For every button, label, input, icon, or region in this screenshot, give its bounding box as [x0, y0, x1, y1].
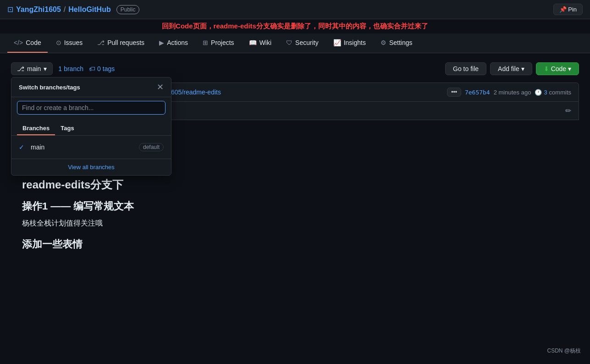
code-dropdown-button[interactable]: ⬇ Code ▾	[536, 62, 579, 75]
code-btn-label: Code ▾	[551, 65, 571, 72]
main-content: ⎇ main ▾ 1 branch 🏷 0 tags Go to file Ad…	[0, 53, 590, 277]
list-item[interactable]: ✓ main default	[11, 139, 171, 155]
toolbar-right: Go to file Add file ▾ ⬇ Code ▾	[445, 62, 579, 75]
dropdown-tabs: Branches Tags	[11, 118, 171, 136]
tab-wiki[interactable]: 📖 Wiki	[243, 33, 278, 53]
security-tab-icon: 🛡	[286, 39, 292, 46]
tab-pr-label: Pull requests	[107, 39, 144, 46]
edit-icon[interactable]: ✏	[565, 106, 571, 115]
csdn-watermark: CSDN @杨枝	[547, 347, 581, 355]
public-badge: Public	[116, 5, 140, 14]
pin-button[interactable]: 📌 Pin	[553, 4, 583, 15]
readme-section3: 添加一些表情	[22, 237, 568, 251]
pr-tab-icon: ⎇	[97, 39, 105, 46]
branch-search-input[interactable]	[17, 101, 165, 115]
dropdown-tab-tags[interactable]: Tags	[55, 122, 79, 135]
history-icon: 🕐	[535, 89, 542, 96]
insights-tab-icon: 📈	[333, 39, 341, 46]
tag-count: 0	[97, 65, 101, 72]
projects-tab-icon: ⊞	[203, 39, 208, 46]
tab-code[interactable]: </> Code	[7, 33, 48, 53]
nav-tabs: </> Code ⊙ Issues ⎇ Pull requests ▶ Acti…	[0, 33, 590, 53]
issues-tab-icon: ⊙	[56, 39, 61, 46]
tab-code-label: Code	[26, 39, 41, 46]
code-btn-icon: ⬇	[544, 65, 549, 72]
branch-list: ✓ main default	[11, 136, 171, 159]
dropdown-close-button[interactable]: ✕	[157, 83, 164, 91]
commit-time: 2 minutes ago	[494, 89, 531, 96]
branch-count-label: branch	[64, 65, 83, 72]
tab-settings-label: Settings	[389, 39, 413, 46]
annotation-banner: 回到Code页面，readme-edits分支确实是删除了，同时其中的内容，也确…	[0, 19, 590, 33]
username-link[interactable]: YangZhi1605	[16, 6, 61, 14]
tab-wiki-label: Wiki	[259, 39, 271, 46]
actions-tab-icon: ▶	[159, 39, 164, 46]
commits-count: 🕐 3 commits	[535, 89, 571, 96]
tag-count-link[interactable]: 🏷 0 tags	[89, 65, 115, 72]
branch-name-label: main	[31, 143, 134, 151]
tab-insights[interactable]: 📈 Insights	[327, 33, 372, 53]
commit-dots-button[interactable]: •••	[447, 88, 461, 97]
monitor-icon: ⊡	[7, 5, 13, 14]
repo-title: ⊡ YangZhi1605 / HelloGitHub Public	[7, 5, 139, 14]
tab-insights-label: Insights	[344, 39, 366, 46]
settings-tab-icon: ⚙	[380, 39, 386, 46]
goto-file-button[interactable]: Go to file	[445, 62, 486, 75]
branch-icon: ⎇	[17, 65, 24, 72]
dropdown-title: Switch branches/tags	[19, 84, 80, 91]
dropdown-tab-branches[interactable]: Branches	[17, 122, 55, 135]
branch-count: 1	[58, 65, 62, 72]
branch-dropdown: Switch branches/tags ✕ Branches Tags ✓ m…	[11, 77, 171, 176]
default-badge: default	[139, 143, 164, 151]
commit-hash[interactable]: 7e657b4	[465, 89, 490, 96]
wiki-tab-icon: 📖	[249, 39, 257, 46]
current-branch-label: main	[27, 65, 41, 72]
dropdown-header: Switch branches/tags ✕	[11, 77, 171, 97]
tag-count-label: tags	[103, 65, 115, 72]
tab-projects-label: Projects	[211, 39, 234, 46]
tab-projects[interactable]: ⊞ Projects	[196, 33, 241, 53]
branch-selector-button[interactable]: ⎇ main ▾	[11, 62, 53, 75]
tag-icon: 🏷	[89, 65, 95, 72]
tab-pullrequests[interactable]: ⎇ Pull requests	[91, 33, 151, 53]
tab-issues-label: Issues	[64, 39, 83, 46]
repo-name-link[interactable]: HelloGitHub	[68, 6, 110, 14]
commits-count-link[interactable]: 3	[544, 89, 547, 96]
top-bar: ⊡ YangZhi1605 / HelloGitHub Public 📌 Pin	[0, 0, 590, 19]
check-icon: ✓	[19, 143, 26, 151]
add-file-button[interactable]: Add file ▾	[490, 62, 532, 75]
chevron-down-icon: ▾	[44, 65, 47, 72]
readme-section2-content: 杨枝全栈计划值得关注哦	[22, 219, 568, 228]
readme-section1: readme-edits分支下	[22, 177, 568, 192]
view-all-branches-link[interactable]: View all branches	[11, 159, 171, 175]
tab-actions[interactable]: ▶ Actions	[153, 33, 194, 53]
branch-toolbar: ⎇ main ▾ 1 branch 🏷 0 tags Go to file Ad…	[11, 62, 579, 75]
readme-section2: 操作1 —— 编写常规文本	[22, 199, 568, 213]
separator: /	[64, 6, 66, 14]
commits-label: commits	[549, 89, 571, 96]
tab-security[interactable]: 🛡 Security	[280, 33, 325, 53]
tab-settings[interactable]: ⚙ Settings	[374, 33, 419, 53]
code-tab-icon: </>	[14, 39, 23, 46]
tab-issues[interactable]: ⊙ Issues	[50, 33, 89, 53]
tab-actions-label: Actions	[167, 39, 188, 46]
tab-security-label: Security	[295, 39, 319, 46]
branch-count-link[interactable]: 1 branch	[58, 65, 83, 72]
